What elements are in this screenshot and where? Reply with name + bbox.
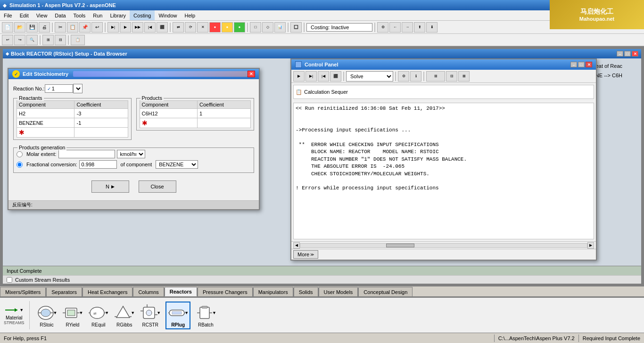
tb2-4[interactable]: ⊞ bbox=[42, 35, 54, 45]
molar-extent-radio[interactable] bbox=[17, 151, 23, 157]
rbatch-dropdown[interactable]: ▼ bbox=[212, 310, 216, 315]
reactant-new-row[interactable]: ✱ bbox=[17, 128, 74, 138]
cp-maximize[interactable]: □ bbox=[578, 62, 585, 67]
tb-20[interactable]: ⬇ bbox=[426, 22, 438, 33]
cp-scroll-track[interactable] bbox=[300, 243, 587, 248]
more-button[interactable]: More ≫ bbox=[293, 250, 318, 259]
tb-4[interactable]: |◀ bbox=[144, 22, 156, 33]
product-1-component[interactable]: C6H12 bbox=[140, 109, 197, 118]
menu-run[interactable]: Run bbox=[89, 10, 106, 20]
rplug-icon-group[interactable]: ▼ RPlug bbox=[165, 302, 190, 329]
reactant-2-coefficient[interactable]: -1 bbox=[74, 118, 128, 128]
tb-undo[interactable]: ↩ bbox=[91, 22, 103, 33]
tb-1[interactable]: ▶| bbox=[107, 22, 119, 33]
tb-11[interactable]: ● bbox=[234, 22, 245, 33]
requil-dropdown[interactable]: ▼ bbox=[105, 310, 109, 315]
rbatch-icon-group[interactable]: ▼ RBatch bbox=[195, 303, 216, 327]
tb-6[interactable]: ⇄ bbox=[173, 22, 184, 33]
product-new-row[interactable]: ✱ bbox=[140, 118, 197, 128]
console-output[interactable]: << Run reinitialized 16:36:08 Sat Feb 11… bbox=[293, 103, 594, 239]
tb-12[interactable]: □ bbox=[250, 22, 261, 33]
tb2-5[interactable]: ⊟ bbox=[55, 35, 66, 45]
tb-3[interactable]: ▶▶ bbox=[132, 22, 143, 33]
menu-tools[interactable]: Tools bbox=[70, 10, 90, 20]
menu-file[interactable]: File bbox=[0, 10, 16, 20]
menu-edit[interactable]: Edit bbox=[16, 10, 33, 20]
tab-solids[interactable]: Solids bbox=[294, 287, 318, 296]
dialog-close-btn[interactable]: ✕ bbox=[248, 71, 255, 77]
tb-paste[interactable]: 📌 bbox=[79, 22, 91, 33]
fractional-input[interactable] bbox=[79, 160, 117, 169]
rcstr-dropdown[interactable]: ▼ bbox=[157, 310, 161, 315]
menu-window[interactable]: Window bbox=[155, 10, 181, 20]
tab-user-models[interactable]: User Models bbox=[319, 287, 358, 296]
tb-9[interactable]: ● bbox=[209, 22, 221, 33]
tb-open[interactable]: 📂 bbox=[14, 22, 25, 33]
cp-minimize[interactable]: – bbox=[570, 62, 577, 67]
db-maximize[interactable]: □ bbox=[624, 51, 631, 57]
tb-10[interactable]: ● bbox=[222, 22, 233, 33]
tb-print[interactable]: 🖨 bbox=[39, 22, 50, 33]
tb-save[interactable]: 💾 bbox=[26, 22, 38, 33]
fractional-radio[interactable] bbox=[17, 162, 23, 168]
cp-view3[interactable]: ⊠ bbox=[458, 71, 470, 82]
db-minimize[interactable]: – bbox=[617, 51, 623, 57]
material-dropdown[interactable]: ▼ bbox=[19, 308, 24, 312]
tb-19[interactable]: ⬆ bbox=[414, 22, 425, 33]
menu-costing[interactable]: Costing bbox=[130, 10, 155, 20]
tb-15[interactable]: 🔲 bbox=[290, 22, 302, 33]
tab-heat-exchangers[interactable]: Heat Exchangers bbox=[83, 287, 132, 296]
molar-extent-input[interactable] bbox=[58, 150, 115, 158]
tb2-2[interactable]: ↪ bbox=[14, 35, 25, 45]
cp-view2[interactable]: ⊟ bbox=[446, 71, 457, 82]
menu-help[interactable]: Help bbox=[181, 10, 199, 20]
tab-columns[interactable]: Columns bbox=[133, 287, 164, 296]
requil-icon-group[interactable]: ⇌ ▼ REquil bbox=[88, 303, 109, 327]
menu-view[interactable]: View bbox=[33, 10, 51, 20]
ryield-icon-group[interactable]: ▼ RYield bbox=[62, 303, 83, 327]
cp-settings[interactable]: ⚙ bbox=[398, 71, 409, 82]
tb-copy[interactable]: 📋 bbox=[67, 22, 78, 33]
tb-8[interactable]: ✕ bbox=[197, 22, 208, 33]
tb-17[interactable]: ← bbox=[389, 22, 401, 33]
rgibbs-dropdown[interactable]: ▼ bbox=[131, 310, 135, 315]
cp-scroll-left[interactable]: ◀ bbox=[293, 242, 300, 249]
cp-view1[interactable]: ⊞ bbox=[426, 71, 445, 82]
tb-cut[interactable]: ✂ bbox=[55, 22, 66, 33]
rgibbs-icon-group[interactable]: ▼ RGibbs bbox=[114, 303, 135, 327]
tab-separators[interactable]: Separators bbox=[46, 287, 82, 296]
tb-7[interactable]: ⟳ bbox=[185, 22, 196, 33]
tb-14[interactable]: 📊 bbox=[274, 22, 286, 33]
cp-close[interactable]: ✕ bbox=[586, 62, 592, 67]
tab-manipulators[interactable]: Manipulators bbox=[253, 287, 293, 296]
product-new-coeff[interactable] bbox=[197, 118, 250, 128]
rcstr-icon-group[interactable]: ▼ RCSTR bbox=[140, 303, 161, 327]
reaction-no-select[interactable]: ▼ bbox=[73, 84, 83, 93]
reactant-1-coefficient[interactable]: -3 bbox=[74, 109, 128, 118]
reactant-2-component[interactable]: BENZENE bbox=[17, 118, 74, 128]
close-button[interactable]: Close bbox=[139, 180, 176, 193]
reactant-1-component[interactable]: H2 bbox=[17, 109, 74, 118]
rstoic-icon-group[interactable]: ▼ RStoic bbox=[36, 303, 58, 327]
rstoic-dropdown[interactable]: ▼ bbox=[53, 310, 58, 315]
tab-mixers-splitters[interactable]: Mixers/Splitters bbox=[0, 287, 46, 296]
molar-unit-select[interactable]: kmol/hr bbox=[117, 150, 145, 158]
tb2-6[interactable]: 📋 bbox=[71, 35, 85, 45]
next-button[interactable]: N▶ bbox=[91, 180, 129, 193]
custom-stream-checkbox[interactable] bbox=[7, 277, 12, 283]
rplug-dropdown[interactable]: ▼ bbox=[184, 310, 189, 315]
product-1-coefficient[interactable]: 1 bbox=[197, 109, 250, 118]
tb-18[interactable]: → bbox=[402, 22, 413, 33]
tb-2[interactable]: ▶ bbox=[120, 22, 131, 33]
db-close[interactable]: ✕ bbox=[632, 51, 638, 57]
reactant-new-coeff[interactable] bbox=[74, 128, 128, 138]
cp-step[interactable]: ▶| bbox=[305, 71, 317, 82]
tb-5[interactable]: ⬛ bbox=[157, 22, 168, 33]
tab-pressure-changers[interactable]: Pressure Changers bbox=[198, 287, 253, 296]
cp-stop[interactable]: ⬛ bbox=[330, 71, 341, 82]
cp-info[interactable]: ℹ bbox=[410, 71, 421, 82]
component-select[interactable]: BENZENE bbox=[156, 160, 198, 169]
tb-16[interactable]: ⚙ bbox=[377, 22, 388, 33]
cp-scroll-thumb[interactable] bbox=[386, 244, 414, 247]
tab-conceptual-design[interactable]: Conceptual Design bbox=[358, 287, 413, 296]
